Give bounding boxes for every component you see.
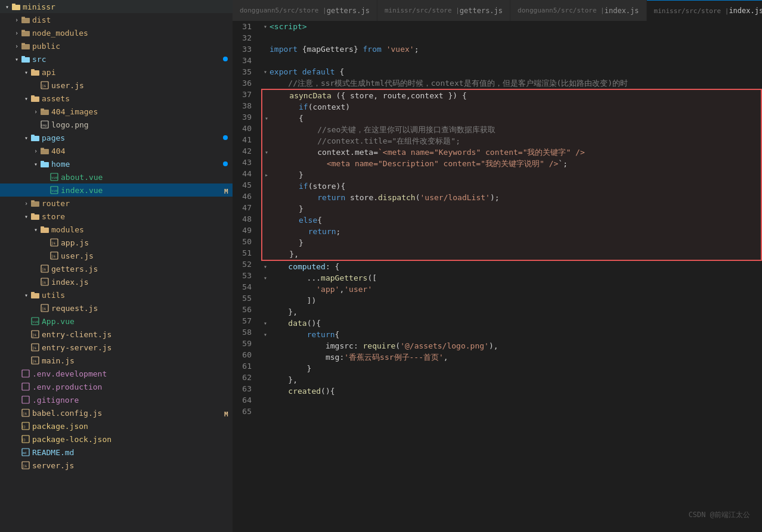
code-text-45: if(store){ (271, 181, 761, 192)
sidebar-item-store[interactable]: store (0, 210, 233, 223)
sidebar-item-getters.js[interactable]: jsgetters.js (0, 262, 233, 275)
sidebar-item-api[interactable]: api (0, 66, 233, 79)
fold-open-icon[interactable]: ▾ (265, 113, 268, 124)
item-label: user.js (61, 251, 233, 260)
tab-2[interactable]: dongguann5/src/store | index.js (510, 0, 647, 21)
sidebar-item-utils[interactable]: utils (0, 288, 233, 301)
file-icon (31, 199, 39, 208)
sidebar-item-router[interactable]: router (0, 197, 233, 210)
sidebar-item-entry-client.js[interactable]: jsentry-client.js (0, 328, 233, 341)
sidebar-item-dist[interactable]: dist (0, 13, 233, 26)
arrow-icon[interactable] (21, 69, 31, 76)
svg-text:js: js (51, 254, 56, 259)
fold-open-icon[interactable]: ▾ (264, 272, 267, 284)
fold-open-icon[interactable]: ▾ (265, 147, 268, 158)
sidebar-item-pages[interactable]: pages (0, 131, 233, 144)
sidebar-item-.env.production[interactable]: .env.production (0, 380, 233, 393)
fold-col-35[interactable]: ▾ (261, 66, 270, 77)
token-plain: } (270, 364, 311, 373)
fold-close-icon[interactable]: ▸ (265, 169, 268, 181)
sidebar-item-user.js2[interactable]: jsuser.js (0, 249, 233, 262)
tab-3[interactable]: minissr/src/store | index.js (647, 0, 762, 21)
arrow-icon[interactable] (2, 4, 12, 10)
sidebar-item-404[interactable]: 404 (0, 144, 233, 157)
code-line-32 (261, 32, 762, 43)
fold-col-36 (261, 77, 270, 89)
svg-rect-0 (12, 5, 20, 10)
sidebar-item-src[interactable]: src (0, 52, 233, 66)
fold-open-icon[interactable]: ▾ (264, 21, 267, 32)
item-label: dist (32, 15, 233, 24)
sidebar-item-index.js[interactable]: jsindex.js (0, 275, 233, 288)
sidebar-item-request.js[interactable]: jsrequest.js (0, 301, 233, 315)
sidebar-item-404_images[interactable]: 404_images (0, 105, 233, 118)
sidebar-item-index.vue[interactable]: vueindex.vueM (0, 183, 233, 197)
file-icon: js (21, 409, 30, 418)
token-plain: (){ (307, 319, 321, 328)
arrow-icon[interactable] (12, 43, 21, 49)
code-line-31: ▾<script> (261, 21, 762, 32)
arrow-icon[interactable] (31, 108, 41, 115)
svg-rect-56 (22, 370, 29, 377)
sidebar-item-.gitignore[interactable]: .gitignore (0, 393, 233, 406)
arrow-icon[interactable] (31, 161, 41, 167)
fold-col-44[interactable]: ▸ (262, 169, 271, 181)
sidebar-item-App.vue[interactable]: vueApp.vue (0, 315, 233, 328)
sidebar-item-logo.png[interactable]: imglogo.png (0, 118, 233, 131)
svg-rect-33 (31, 213, 35, 215)
token-kw: if (299, 182, 308, 191)
svg-rect-8 (21, 57, 30, 63)
arrow-icon[interactable] (21, 200, 31, 207)
fold-col-58[interactable]: ▾ (261, 329, 270, 340)
sidebar-item-app.js[interactable]: jsapp.js (0, 236, 233, 249)
sidebar-item-modules[interactable]: modules (0, 223, 233, 236)
arrow-icon[interactable] (12, 17, 21, 23)
fold-open-icon[interactable]: ▾ (264, 329, 267, 340)
arrow-icon[interactable] (12, 56, 21, 63)
sidebar-item-README.md[interactable]: mdREADME.md (0, 446, 233, 459)
token-comment-zh: //seo关键，在这里你可以调用接口查询数据库获取 (271, 125, 495, 134)
sidebar-item-main.js[interactable]: jsmain.js (0, 354, 233, 367)
fold-open-icon[interactable]: ▾ (264, 261, 267, 272)
arrow-icon[interactable] (12, 30, 21, 36)
sidebar-item-entry-server.js[interactable]: jsentry-server.js (0, 341, 233, 354)
sidebar-item-.env.development[interactable]: .env.development (0, 367, 233, 380)
sidebar-item-public[interactable]: public (0, 39, 233, 52)
fold-col-52[interactable]: ▾ (261, 261, 270, 272)
item-label: router (42, 199, 233, 208)
item-label: package-lock.json (32, 435, 233, 444)
svg-text:md: md (23, 451, 26, 455)
arrow-icon[interactable] (31, 148, 41, 154)
fold-col-41 (262, 135, 271, 147)
sidebar-item-home[interactable]: home (0, 157, 233, 170)
sidebar-item-package-lock.json[interactable]: {}package-lock.json (0, 433, 233, 446)
fold-col-32 (261, 32, 270, 43)
sidebar-item-node_modules[interactable]: node_modules (0, 26, 233, 39)
tab-0[interactable]: dongguann5/src/store | getters.js (233, 0, 377, 21)
sidebar-item-minissr[interactable]: minissr (0, 0, 233, 13)
fold-open-icon[interactable]: ▾ (264, 318, 267, 329)
sidebar-item-babel.config.js[interactable]: jsbabel.config.jsM (0, 406, 233, 419)
sidebar-item-about.vue[interactable]: vueabout.vue (0, 170, 233, 183)
sidebar-item-server.js[interactable]: jsserver.js (0, 459, 233, 472)
arrow-icon[interactable] (21, 213, 31, 220)
token-plain: ; (336, 227, 341, 236)
sidebar-item-user.js[interactable]: jsuser.js (0, 79, 233, 92)
sidebar-item-assets[interactable]: assets (0, 92, 233, 105)
code-line-43: <meta name="Description" content="我的关键字说… (261, 158, 762, 169)
sidebar-item-package.json[interactable]: {}package.json (0, 419, 233, 433)
fold-col-57[interactable]: ▾ (261, 318, 270, 329)
arrow-icon[interactable] (21, 135, 31, 141)
fold-col-53[interactable]: ▾ (261, 272, 270, 284)
fold-open-icon[interactable]: ▾ (264, 66, 267, 77)
token-plain: } (271, 170, 303, 179)
fold-col-31[interactable]: ▾ (261, 21, 270, 32)
fold-col-42[interactable]: ▾ (262, 147, 271, 158)
arrow-icon[interactable] (31, 226, 41, 233)
token-plain: , (444, 353, 448, 362)
arrow-icon[interactable] (21, 292, 31, 298)
token-plain (298, 67, 302, 76)
fold-col-39[interactable]: ▾ (262, 113, 271, 124)
tab-1[interactable]: minissr/src/store | getters.js (377, 0, 510, 21)
arrow-icon[interactable] (21, 95, 31, 102)
